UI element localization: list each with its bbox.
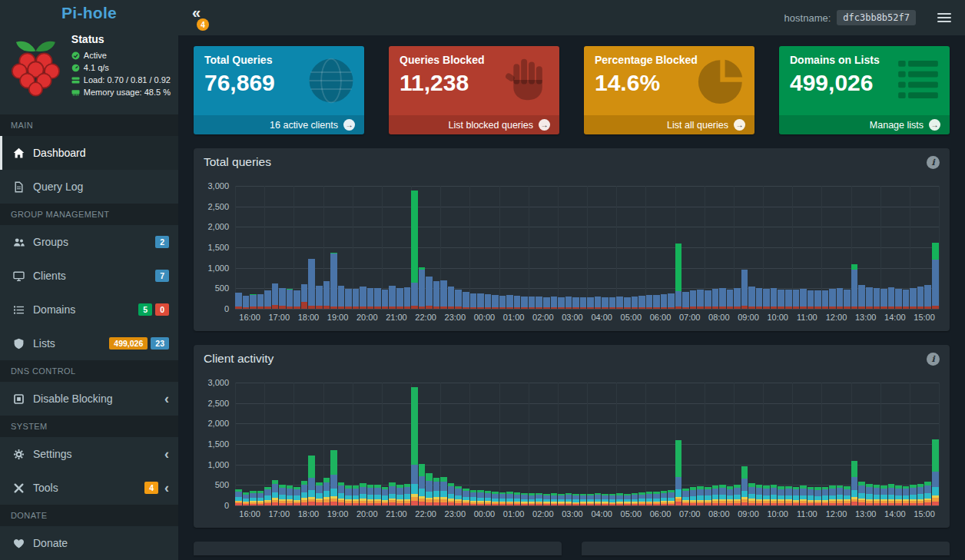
chart-bar [485, 383, 492, 505]
chart-bar [851, 383, 858, 505]
chart-bar [888, 383, 895, 505]
chart-bar [646, 186, 653, 309]
sidebar-item-query-log[interactable]: Query Log [0, 170, 178, 204]
card-footer-link[interactable]: 16 active clients → [194, 115, 364, 134]
chart-bar [895, 383, 902, 505]
info-icon[interactable]: i [927, 353, 940, 366]
file-icon [12, 181, 25, 193]
sidebar-collapse-button[interactable]: « 4 [178, 0, 232, 35]
chart-bar [675, 186, 682, 309]
chart-bar [917, 186, 924, 309]
chart-bar [264, 186, 271, 309]
chart-bar [880, 186, 887, 309]
chart-bar [910, 186, 917, 309]
chart-bar [858, 383, 865, 505]
sidebar-item-clients[interactable]: Clients 7 [0, 259, 178, 293]
chart-bar [404, 383, 411, 505]
chart-bar [807, 186, 814, 309]
chart-bar [492, 383, 499, 505]
status-title: Status [71, 33, 171, 45]
chart-bar [616, 383, 623, 505]
chart-bar [272, 383, 279, 505]
chart-bar [771, 383, 778, 505]
chart-bar [463, 383, 469, 505]
chart-bar [499, 186, 506, 309]
sidebar-item-label: Settings [33, 448, 72, 460]
chart-bar [389, 383, 396, 505]
x-tick-label: 05:00 [616, 313, 645, 322]
chart-bar [851, 186, 858, 309]
chart-bar [338, 186, 345, 309]
x-tick-label: 00:00 [469, 509, 499, 519]
x-tick-label: 18:00 [293, 313, 323, 322]
partial-panel-left [194, 542, 562, 555]
card-footer-label: Manage lists [870, 120, 924, 131]
sidebar-item-settings[interactable]: Settings ‹ [0, 437, 178, 471]
chart-bar [653, 383, 660, 505]
section-header-dns-control: DNS CONTROL [0, 360, 178, 382]
chart-bar [448, 186, 455, 309]
chart-bar [257, 383, 264, 505]
update-count-badge[interactable]: 4 [197, 18, 209, 31]
tools-icon [12, 482, 25, 494]
chart-bar [814, 186, 821, 309]
panel-title: Total queries [204, 155, 271, 169]
card-footer-label: List all queries [667, 120, 728, 131]
chart-bar [389, 186, 396, 309]
sidebar-item-groups[interactable]: Groups 2 [0, 225, 178, 259]
card-footer-link[interactable]: List blocked queries → [389, 115, 559, 134]
status-panel: Status Active 4.1 q/s Load: 0.70 / 0.81 … [0, 25, 178, 114]
chart-bar [712, 186, 719, 309]
plot-area[interactable] [235, 186, 939, 309]
chart-bar [778, 383, 784, 505]
x-tick-label: 18:00 [293, 509, 323, 519]
x-tick-label: 23:00 [440, 509, 469, 519]
chart-bar [756, 383, 763, 505]
brand-logo[interactable]: Pi-hole [0, 0, 178, 25]
chart-bar [734, 186, 741, 309]
status-rate: 4.1 q/s [71, 63, 171, 72]
domains-allowed-badge: 5 [138, 303, 152, 316]
plot-area[interactable] [235, 383, 939, 505]
chart-bar [374, 186, 381, 309]
info-icon[interactable]: i [927, 156, 940, 169]
x-tick-label: 04:00 [587, 509, 616, 519]
chart-bar [477, 383, 484, 505]
status-rate-label: 4.1 q/s [84, 63, 109, 72]
home-icon [12, 147, 25, 159]
x-tick-label: 12:00 [821, 313, 851, 322]
section-header-donate: DONATE [0, 505, 178, 526]
list-icon [12, 304, 25, 316]
card-value: 76,869 [204, 70, 353, 96]
y-tick-label: 2,000 [207, 222, 229, 231]
card-footer-link[interactable]: List all queries → [584, 115, 754, 134]
stop-icon [12, 393, 25, 405]
sidebar-item-lists[interactable]: Lists 499,026 23 [0, 326, 178, 360]
x-tick-label: 04:00 [587, 313, 616, 322]
check-circle-icon [71, 51, 80, 60]
chart-bar [345, 186, 352, 309]
sidebar-item-donate[interactable]: Donate [0, 526, 178, 560]
sidebar-item-disable-blocking[interactable]: Disable Blocking ‹ [0, 382, 178, 416]
y-tick-label: 2,500 [207, 202, 229, 211]
sidebar-item-domains[interactable]: Domains 5 0 [0, 293, 178, 326]
x-tick-label: 07:00 [675, 313, 705, 322]
card-footer-link[interactable]: Manage lists → [779, 115, 950, 134]
x-tick-label: 10:00 [763, 313, 792, 322]
chart-bar [382, 383, 389, 505]
sidebar-item-dashboard[interactable]: Dashboard [0, 136, 178, 170]
x-tick-label: 22:00 [411, 509, 440, 519]
x-tick-label: 21:00 [382, 509, 411, 519]
sidebar-item-tools[interactable]: Tools 4 ‹ [0, 471, 178, 505]
chart-bar [419, 383, 426, 505]
menu-toggle-button[interactable] [934, 8, 954, 27]
next-panels-row [194, 542, 950, 555]
chart-bar [426, 383, 433, 505]
sidebar-menu: MAIN Dashboard Query Log GROUP MANAGEMEN… [0, 114, 178, 560]
chart-bar [822, 186, 829, 309]
x-tick-label: 13:00 [851, 509, 880, 519]
sidebar-item-label: Domains [33, 303, 75, 316]
status-active: Active [71, 51, 171, 60]
chart-bar [632, 186, 638, 309]
chart-bar [536, 383, 542, 505]
